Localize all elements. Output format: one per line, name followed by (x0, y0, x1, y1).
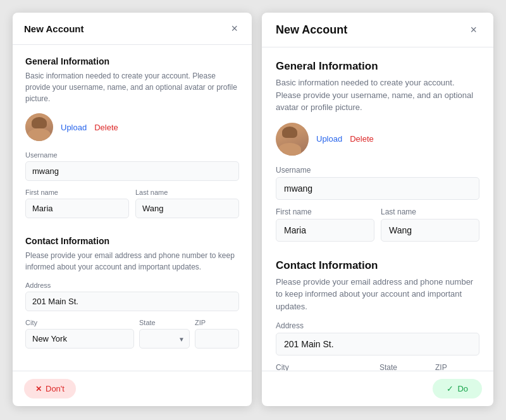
large-lastname-field-group: Last name (381, 207, 479, 242)
large-avatar (276, 123, 309, 156)
small-modal: New Account × General Information Basic … (13, 13, 252, 406)
dont-button[interactable]: ✕ Don't (24, 379, 76, 398)
close-icon: × (470, 23, 477, 36)
contact-info-desc: Please provide your email address and ph… (25, 250, 239, 273)
large-modal-header: New Account × (262, 13, 493, 47)
large-modal-title: New Account (276, 23, 347, 37)
avatar-image (25, 113, 53, 141)
city-field-group: City (25, 319, 134, 349)
firstname-input[interactable] (25, 199, 129, 218)
large-zip-label: ZIP (435, 363, 479, 371)
large-contact-info-section: Contact Information Please provide your … (276, 259, 479, 371)
large-username-field-group: Username (276, 166, 479, 200)
username-input[interactable] (25, 161, 239, 181)
small-modal-close-button[interactable]: × (228, 22, 240, 35)
city-state-zip-row: City State NY CA WA ▼ (25, 319, 239, 356)
lastname-input[interactable] (135, 199, 239, 218)
state-select[interactable]: NY CA WA (139, 329, 190, 349)
large-modal: New Account × General Information Basic … (262, 13, 493, 406)
avatar-row: Upload Delete (25, 113, 239, 141)
upload-button[interactable]: Upload (61, 123, 87, 132)
large-address-input[interactable] (276, 333, 479, 355)
large-name-fields-row: First name Last name (276, 207, 479, 249)
firstname-field-group: First name (25, 188, 129, 218)
large-general-info-section: General Information Basic information ne… (276, 60, 479, 249)
large-modal-body: General Information Basic information ne… (262, 47, 493, 371)
large-general-info-desc: Basic information needed to create your … (276, 77, 479, 114)
address-field-group: Address (25, 281, 239, 311)
dont-label: Don't (46, 384, 65, 393)
state-select-wrapper: NY CA WA ▼ (139, 329, 190, 349)
delete-button[interactable]: Delete (94, 123, 118, 132)
contact-info-title: Contact Information (25, 236, 239, 246)
general-info-desc: Basic information needed to create your … (25, 70, 239, 104)
small-modal-header: New Account × (13, 13, 252, 45)
small-modal-title: New Account (24, 23, 83, 34)
contact-info-section: Contact Information Please provide your … (25, 236, 239, 356)
large-address-label: Address (276, 321, 479, 330)
state-label: State (139, 319, 190, 326)
large-contact-info-desc: Please provide your email address and ph… (276, 276, 479, 313)
lastname-label: Last name (135, 188, 239, 196)
large-general-info-title: General Information (276, 60, 479, 73)
large-city-field-group: City (276, 363, 374, 371)
close-icon: × (231, 22, 238, 35)
city-input[interactable] (25, 329, 134, 349)
large-firstname-label: First name (276, 207, 374, 216)
large-modal-footer: ✓ Do (262, 371, 493, 406)
small-modal-body: General Information Basic information ne… (13, 45, 252, 371)
large-modal-close-button[interactable]: × (467, 23, 479, 37)
do-label: Do (457, 384, 468, 393)
large-lastname-input[interactable] (381, 219, 479, 242)
zip-label: ZIP (195, 319, 239, 326)
general-info-title: General Information (25, 56, 239, 66)
avatar (25, 113, 53, 141)
large-delete-button[interactable]: Delete (350, 134, 374, 144)
large-username-label: Username (276, 166, 479, 175)
x-icon: ✕ (35, 385, 42, 393)
small-modal-footer: ✕ Don't (13, 371, 252, 406)
large-address-field-group: Address (276, 321, 479, 355)
large-city-label: City (276, 363, 374, 371)
name-fields-row: First name Last name (25, 188, 239, 226)
large-zip-field-group: ZIP (435, 363, 479, 371)
do-button[interactable]: ✓ Do (433, 379, 482, 398)
check-icon: ✓ (447, 384, 454, 393)
firstname-label: First name (25, 188, 129, 196)
large-state-field-group: State NY CA WA ▼ (379, 363, 430, 371)
large-city-state-zip-row: City State NY CA WA ▼ (276, 363, 479, 371)
large-avatar-image (276, 123, 309, 156)
address-label: Address (25, 281, 239, 289)
state-field-group: State NY CA WA ▼ (139, 319, 190, 349)
zip-field-group: ZIP (195, 319, 239, 349)
large-username-input[interactable] (276, 177, 479, 200)
large-firstname-field-group: First name (276, 207, 374, 242)
general-info-section: General Information Basic information ne… (25, 56, 239, 226)
username-field-group: Username (25, 151, 239, 181)
large-avatar-row: Upload Delete (276, 123, 479, 156)
large-firstname-input[interactable] (276, 219, 374, 242)
city-label: City (25, 319, 134, 326)
large-upload-button[interactable]: Upload (316, 134, 342, 144)
large-state-label: State (379, 363, 430, 371)
lastname-field-group: Last name (135, 188, 239, 218)
large-lastname-label: Last name (381, 207, 479, 216)
address-input[interactable] (25, 292, 239, 311)
username-label: Username (25, 151, 239, 159)
zip-input[interactable] (195, 329, 239, 349)
large-contact-info-title: Contact Information (276, 259, 479, 272)
